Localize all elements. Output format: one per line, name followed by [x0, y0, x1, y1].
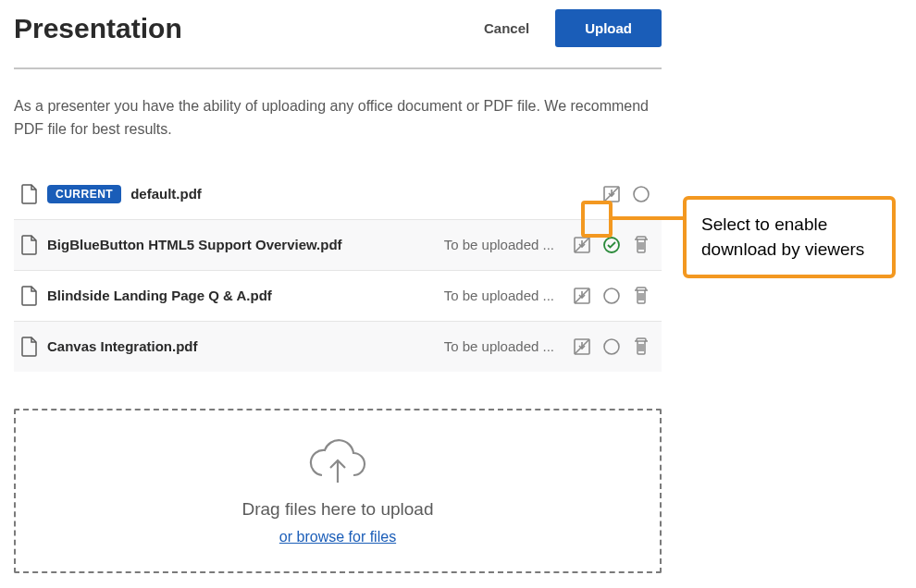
header-actions: Cancel Upload	[467, 9, 662, 47]
file-name: default.pdf	[130, 186, 589, 202]
svg-point-1	[634, 187, 649, 202]
row-actions	[599, 181, 654, 207]
page-title: Presentation	[14, 13, 182, 44]
download-disabled-icon[interactable]	[569, 283, 595, 309]
svg-point-5	[604, 288, 619, 303]
trash-icon[interactable]	[628, 283, 654, 309]
dropzone[interactable]: Drag files here to upload or browse for …	[14, 409, 662, 573]
file-name: BigBlueButton HTML5 Support Overview.pdf	[47, 237, 435, 252]
file-status: To be uploaded ...	[444, 288, 554, 303]
row-actions	[569, 232, 654, 258]
download-disabled-icon[interactable]	[599, 181, 625, 207]
file-name: Canvas Integration.pdf	[47, 338, 435, 354]
annotation-callout: Select to enable download by viewers	[683, 196, 896, 278]
circle-icon[interactable]	[599, 334, 625, 360]
file-icon	[21, 235, 38, 255]
file-icon	[21, 286, 38, 306]
row-actions	[569, 283, 654, 309]
circle-icon[interactable]	[599, 283, 625, 309]
svg-point-7	[604, 339, 619, 354]
file-icon	[21, 337, 38, 357]
download-disabled-icon[interactable]	[569, 334, 595, 360]
description-text: As a presenter you have the ability of u…	[14, 95, 662, 141]
row-actions	[569, 334, 654, 360]
upload-button[interactable]: Upload	[555, 9, 662, 47]
file-row: Canvas Integration.pdf To be uploaded ..…	[14, 322, 662, 372]
dropzone-title: Drag files here to upload	[241, 499, 433, 520]
file-status: To be uploaded ...	[444, 338, 554, 354]
current-badge: CURRENT	[47, 185, 121, 203]
header: Presentation Cancel Upload	[14, 9, 662, 69]
file-name: Blindside Landing Page Q & A.pdf	[47, 288, 435, 303]
file-list: CURRENT default.pdf	[14, 169, 662, 372]
file-row: Blindside Landing Page Q & A.pdf To be u…	[14, 271, 662, 322]
check-circle-icon[interactable]	[599, 232, 625, 258]
file-row: BigBlueButton HTML5 Support Overview.pdf…	[14, 220, 662, 271]
annotation-connector	[613, 216, 683, 220]
cancel-button[interactable]: Cancel	[467, 11, 546, 45]
circle-icon[interactable]	[628, 181, 654, 207]
cloud-upload-icon	[305, 438, 370, 490]
file-status: To be uploaded ...	[444, 237, 554, 252]
trash-icon[interactable]	[628, 334, 654, 360]
browse-files-link[interactable]: or browse for files	[279, 529, 396, 545]
file-row: CURRENT default.pdf	[14, 169, 662, 220]
download-disabled-icon[interactable]	[569, 232, 595, 258]
file-icon	[21, 184, 38, 204]
trash-icon[interactable]	[628, 232, 654, 258]
